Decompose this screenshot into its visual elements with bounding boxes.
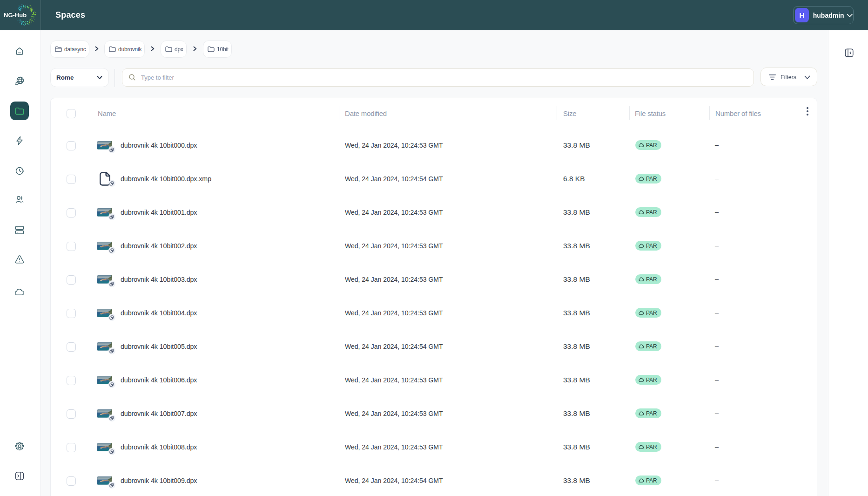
svg-text:NG-Hub: NG-Hub bbox=[4, 12, 27, 19]
